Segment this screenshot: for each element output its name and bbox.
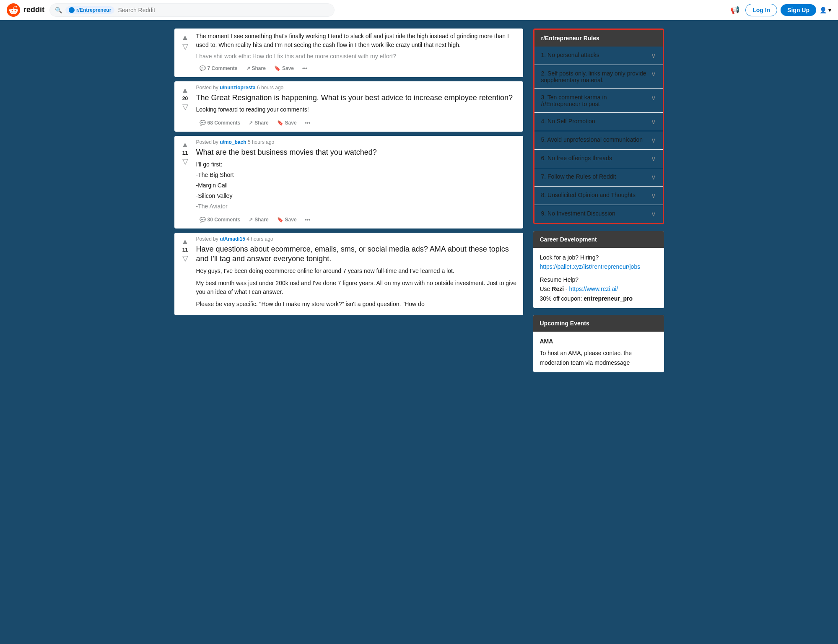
upvote-button[interactable]: ▲ <box>182 34 189 41</box>
post-meta: Posted by u/mo_bach 5 hours ago <box>196 139 520 145</box>
rule-item[interactable]: 4. No Self Promotion ∨ <box>534 113 663 131</box>
body-line: I'll go first: <box>196 160 520 169</box>
more-button[interactable]: ••• <box>302 117 314 128</box>
subreddit-pill[interactable]: r/Entrepreneur <box>65 6 114 14</box>
search-bar[interactable]: 🔍 r/Entrepreneur <box>49 3 335 17</box>
downvote-button[interactable]: ▽ <box>182 254 188 262</box>
share-label: Share <box>252 65 266 71</box>
post-card[interactable]: ▲ 20 ▽ Posted by u/nunziopresta 6 hours … <box>174 81 523 132</box>
comments-count: 30 Comments <box>208 217 241 223</box>
save-label: Save <box>282 65 294 71</box>
rules-card: r/Entrepreneur Rules 1. No personal atta… <box>533 29 664 224</box>
post-title: The Great Resignation is happening. What… <box>196 93 520 103</box>
sidebar: r/Entrepreneur Rules 1. No personal atta… <box>533 29 664 372</box>
megaphone-button[interactable]: 📢 <box>728 3 742 17</box>
post-body: Looking forward to reading your comments… <box>196 105 520 114</box>
more-button[interactable]: ••• <box>299 63 311 74</box>
signup-button[interactable]: Sign Up <box>781 4 816 16</box>
chevron-down-icon: ∨ <box>651 155 656 163</box>
vote-count: 20 <box>182 96 188 101</box>
rule-item[interactable]: 3. Ten comment karma in /r/Entrepreneur … <box>534 89 663 113</box>
login-button[interactable]: Log In <box>745 4 777 16</box>
reddit-logo-area[interactable]: reddit <box>7 3 44 17</box>
search-input[interactable] <box>118 7 329 13</box>
post-author[interactable]: u/Amadi15 <box>220 236 245 242</box>
body-line: -Silicon Valley <box>196 192 520 200</box>
rule-item[interactable]: 7. Follow the Rules of Reddit ∨ <box>534 168 663 187</box>
comments-button[interactable]: 💬 7 Comments <box>196 63 241 74</box>
rule-text: 3. Ten comment karma in /r/Entrepreneur … <box>541 94 651 107</box>
comment-icon: 💬 <box>200 217 206 223</box>
post-card[interactable]: ▲ ▽ The moment I see something that's fi… <box>174 29 523 77</box>
comments-button[interactable]: 💬 68 Comments <box>196 117 244 128</box>
post-content: Posted by u/nunziopresta 6 hours ago The… <box>196 85 520 128</box>
vote-column: ▲ ▽ <box>178 32 193 74</box>
ama-event-title: AMA <box>540 337 657 346</box>
more-icon: ••• <box>305 217 311 223</box>
body-line: -Margin Call <box>196 181 520 190</box>
career-rezi-line: Use Rezi - https://www.rezi.ai/ <box>540 284 657 293</box>
chevron-down-icon: ∨ <box>651 192 656 200</box>
save-icon: 🔖 <box>277 217 283 223</box>
more-button[interactable]: ••• <box>302 214 314 225</box>
share-button[interactable]: ↗ Share <box>243 63 269 74</box>
post-title: What are the best business movies that y… <box>196 148 520 157</box>
post-body: Hey guys, I've been doing ecommerce onli… <box>196 267 520 309</box>
post-card[interactable]: ▲ 11 ▽ Posted by u/mo_bach 5 hours ago W… <box>174 136 523 228</box>
rule-text: 1. No personal attacks <box>541 52 651 58</box>
vote-column: ▲ 20 ▽ <box>178 85 193 128</box>
subreddit-icon <box>69 7 75 13</box>
rezi-label: Rezi <box>552 286 564 292</box>
post-content: The moment I see something that's finall… <box>196 32 520 74</box>
rule-item[interactable]: 6. No free offerings threads ∨ <box>534 150 663 168</box>
career-jobs-text: Look for a job? Hiring? <box>540 253 657 262</box>
rule-item[interactable]: 2. Self posts only, links may only provi… <box>534 65 663 89</box>
post-meta: Posted by u/Amadi15 4 hours ago <box>196 236 520 242</box>
chevron-down-icon: ∨ <box>651 52 656 60</box>
rule-text: 9. No Investment Discussion <box>541 210 651 217</box>
comments-button[interactable]: 💬 30 Comments <box>196 214 244 225</box>
post-author[interactable]: u/mo_bach <box>220 139 246 145</box>
downvote-button[interactable]: ▽ <box>182 158 188 165</box>
downvote-button[interactable]: ▽ <box>182 103 188 111</box>
rule-item[interactable]: 5. Avoid unprofessional communication ∨ <box>534 131 663 150</box>
body-line: Hey guys, I've been doing ecommerce onli… <box>196 267 520 275</box>
rule-item[interactable]: 8. Unsolicited Opinion and Thoughts ∨ <box>534 187 663 205</box>
post-title: Have questions about ecommerce, emails, … <box>196 244 520 264</box>
rule-item[interactable]: 1. No personal attacks ∨ <box>534 47 663 65</box>
vote-column: ▲ 11 ▽ <box>178 236 193 312</box>
comment-icon: 💬 <box>200 65 206 71</box>
more-icon: ••• <box>305 120 311 126</box>
career-card: Career Development Look for a job? Hirin… <box>533 231 664 308</box>
chevron-down-icon: ∨ <box>651 136 656 144</box>
rezi-link[interactable]: https://www.rezi.ai/ <box>569 286 618 292</box>
upvote-button[interactable]: ▲ <box>182 141 189 148</box>
save-button[interactable]: 🔖 Save <box>274 117 300 128</box>
save-button[interactable]: 🔖 Save <box>274 214 300 225</box>
save-icon: 🔖 <box>277 120 283 126</box>
body-line-faded: -The Aviator <box>196 202 520 211</box>
share-icon: ↗ <box>249 217 253 223</box>
vote-count: 11 <box>182 150 188 156</box>
share-button[interactable]: ↗ Share <box>245 214 272 225</box>
downvote-button[interactable]: ▽ <box>182 43 188 50</box>
rule-text: 6. No free offerings threads <box>541 155 651 161</box>
career-resume-text: Resume Help? <box>540 275 657 284</box>
vote-count: 11 <box>182 247 188 253</box>
post-card[interactable]: ▲ 11 ▽ Posted by u/Amadi15 4 hours ago H… <box>174 233 523 315</box>
post-author[interactable]: u/nunziopresta <box>220 85 255 91</box>
upvote-button[interactable]: ▲ <box>182 86 189 94</box>
upcoming-events-header: Upcoming Events <box>533 315 664 332</box>
share-button[interactable]: ↗ Share <box>245 117 272 128</box>
user-menu-button[interactable]: 👤 ▾ <box>820 7 831 13</box>
career-jobs-link[interactable]: https://pallet.xyz/list/rentrepreneur/jo… <box>540 263 641 270</box>
body-line <box>196 296 520 300</box>
upvote-button[interactable]: ▲ <box>182 238 189 245</box>
save-button[interactable]: 🔖 Save <box>271 63 297 74</box>
rule-text: 7. Follow the Rules of Reddit <box>541 173 651 180</box>
post-content: Posted by u/Amadi15 4 hours ago Have que… <box>196 236 520 312</box>
rule-item[interactable]: 9. No Investment Discussion ∨ <box>534 205 663 223</box>
search-icon: 🔍 <box>55 7 62 13</box>
body-line: -The Big Short <box>196 171 520 179</box>
post-body: I'll go first: -The Big Short -Margin Ca… <box>196 160 520 211</box>
